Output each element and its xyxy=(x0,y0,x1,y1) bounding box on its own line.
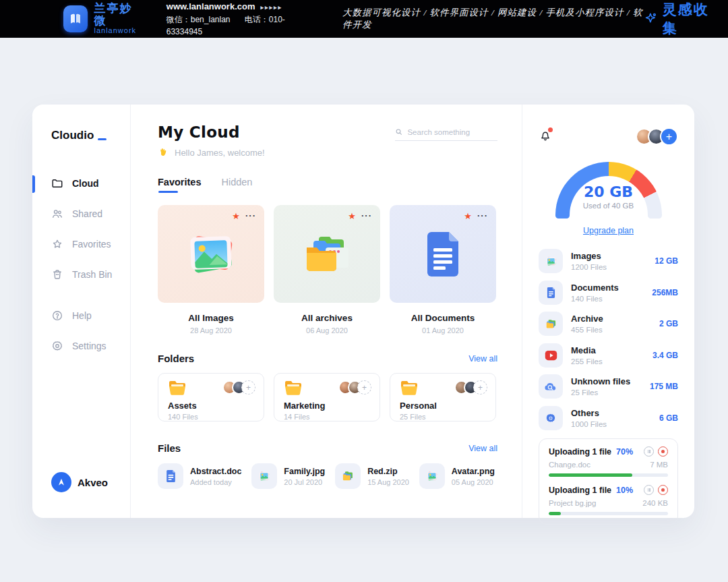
category-images[interactable]: Images 1200 Files 12 GB xyxy=(539,245,678,277)
secondary-nav: Help Settings xyxy=(51,310,130,352)
file-item-family-jpg[interactable]: Family.jpg 20 Jul 2020 xyxy=(251,463,325,489)
trash-icon xyxy=(51,268,63,281)
images-stack-icon xyxy=(182,230,240,279)
category-documents[interactable]: Documents 140 Files 256MB xyxy=(539,277,678,309)
category-size: 256MB xyxy=(652,288,678,297)
add-member-button[interactable]: + xyxy=(241,380,255,395)
uploads-card: Uploading 1 file 70% Change.doc 7 MB xyxy=(539,438,678,525)
banner-brand-en: lanlanwork xyxy=(94,27,140,35)
search-bar[interactable] xyxy=(395,127,497,141)
files-row: Abstract.doc Added today Family.jpg 20 J… xyxy=(158,463,497,489)
upload-label: Uploading 1 file xyxy=(549,447,611,457)
folder-name: Marketing xyxy=(284,401,371,411)
primary-nav: Cloud Shared Favorites xyxy=(51,177,130,281)
sidebar-item-shared[interactable]: Shared xyxy=(51,208,130,220)
sidebar-item-settings[interactable]: Settings xyxy=(51,340,130,352)
sidebar-item-trash-bin[interactable]: Trash Bin xyxy=(51,268,130,281)
sidebar-item-label: Trash Bin xyxy=(72,269,112,280)
folders-view-all-link[interactable]: View all xyxy=(468,354,497,363)
tabs: Favorites Hidden xyxy=(158,177,497,193)
tab-favorites[interactable]: Favorites xyxy=(158,177,201,193)
category-size: 6 GB xyxy=(659,413,678,423)
cancel-upload-icon[interactable] xyxy=(658,485,668,495)
sidebar: Cloudio Cloud Shared xyxy=(32,105,131,518)
file-name: Red.zip xyxy=(367,467,409,476)
category-unknown-files[interactable]: Unknown files 25 Files 175 MB xyxy=(539,371,678,403)
document-icon xyxy=(422,230,464,279)
app-logo: Cloudio xyxy=(51,129,130,142)
inspiration-collect[interactable]: 灵感收集 xyxy=(643,0,719,38)
image-file-icon xyxy=(251,463,277,489)
documents-category-icon xyxy=(539,281,563,305)
folder-card-personal[interactable]: + Personal 25 Files xyxy=(390,373,496,421)
banner-url[interactable]: www.lanlanwork.com▸▸▸▸▸ xyxy=(166,0,307,13)
card-all-images[interactable]: ★ ··· xyxy=(158,205,264,334)
add-user-button[interactable]: + xyxy=(660,127,678,146)
folder-card-assets[interactable]: + Assets 140 Files xyxy=(158,373,264,421)
search-icon xyxy=(395,127,402,136)
favorites-cards: ★ ··· xyxy=(158,205,497,334)
cloud-app-window: Cloudio Cloud Shared xyxy=(32,105,694,518)
file-item-avatar-png[interactable]: Avatar.png 05 Aug 2020 xyxy=(419,463,495,489)
folder-count: 14 Files xyxy=(284,413,371,421)
book-icon xyxy=(67,11,84,27)
cancel-upload-icon[interactable] xyxy=(658,446,668,457)
tab-hidden[interactable]: Hidden xyxy=(221,177,252,193)
search-input[interactable] xyxy=(407,128,497,136)
category-name: Others xyxy=(571,408,607,418)
category-size: 175 MB xyxy=(650,382,678,391)
others-category-icon xyxy=(539,406,563,430)
pause-upload-icon[interactable] xyxy=(644,485,654,495)
card-date: 28 Aug 2020 xyxy=(158,326,264,334)
storage-gauge: 20 GB Used of 40 GB xyxy=(555,162,662,216)
file-item-abstract-doc[interactable]: Abstract.doc Added today xyxy=(158,463,241,489)
sidebar-item-help[interactable]: Help xyxy=(51,310,130,322)
upload-progress-bar xyxy=(549,473,668,477)
sidebar-item-label: Settings xyxy=(72,341,107,351)
category-count: 1200 Files xyxy=(571,263,607,271)
notifications-button[interactable] xyxy=(539,129,552,145)
sidebar-item-label: Favorites xyxy=(72,239,111,250)
add-member-button[interactable]: + xyxy=(357,380,371,395)
sidebar-item-label: Help xyxy=(72,310,92,321)
more-options-icon[interactable]: ··· xyxy=(245,214,256,219)
pause-upload-icon[interactable] xyxy=(644,446,654,457)
file-item-red-zip[interactable]: Red.zip 15 Aug 2020 xyxy=(335,463,409,489)
more-options-icon[interactable]: ··· xyxy=(361,214,372,219)
people-icon xyxy=(51,208,63,220)
category-count: 255 Files xyxy=(571,357,603,366)
card-date: 01 Aug 2020 xyxy=(390,326,496,334)
akveo-brand[interactable]: Akveo xyxy=(51,472,130,492)
folder-card-marketing[interactable]: + Marketing 14 Files xyxy=(274,373,380,421)
gauge-cap-left xyxy=(555,212,570,219)
main-content: My Cloud Hello James, welcome! xyxy=(131,105,522,518)
sidebar-item-favorites[interactable]: Favorites xyxy=(51,238,130,250)
category-size: 2 GB xyxy=(659,319,678,328)
upload-item-change-doc: Uploading 1 file 70% Change.doc 7 MB xyxy=(549,446,668,477)
category-name: Unknown files xyxy=(571,376,630,386)
category-archive[interactable]: Archive 455 Files 2 GB xyxy=(539,308,678,340)
favorite-star-icon[interactable]: ★ xyxy=(232,212,240,221)
storage-used-caption: Used of 40 GB xyxy=(555,202,662,210)
sidebar-item-cloud[interactable]: Cloud xyxy=(51,177,130,190)
add-member-button[interactable]: + xyxy=(473,380,487,395)
card-all-documents[interactable]: ★ ··· All Documents 01 Aug xyxy=(390,205,496,334)
category-media[interactable]: Media 255 Files 3.4 GB xyxy=(539,340,678,372)
page-title: My Cloud xyxy=(158,123,265,141)
upload-progress-bar xyxy=(549,512,668,515)
upload-label: Uploading 1 file xyxy=(549,486,611,495)
favorite-star-icon[interactable]: ★ xyxy=(464,212,472,221)
doc-file-icon xyxy=(158,463,183,489)
card-all-archives[interactable]: ★ ··· All archives 06 Aug xyxy=(274,205,380,334)
files-view-all-link[interactable]: View all xyxy=(468,444,497,453)
favorite-star-icon[interactable]: ★ xyxy=(348,212,356,221)
card-title: All archives xyxy=(274,313,380,323)
file-name: Abstract.doc xyxy=(190,467,241,476)
category-others[interactable]: Others 1000 Files 6 GB xyxy=(539,403,678,434)
card-date: 06 Aug 2020 xyxy=(274,326,380,334)
upgrade-plan-link[interactable]: Upgrade plan xyxy=(583,226,634,235)
file-name: Avatar.png xyxy=(452,467,495,476)
category-name: Images xyxy=(571,251,607,261)
media-category-icon xyxy=(539,343,563,368)
more-options-icon[interactable]: ··· xyxy=(477,214,488,219)
